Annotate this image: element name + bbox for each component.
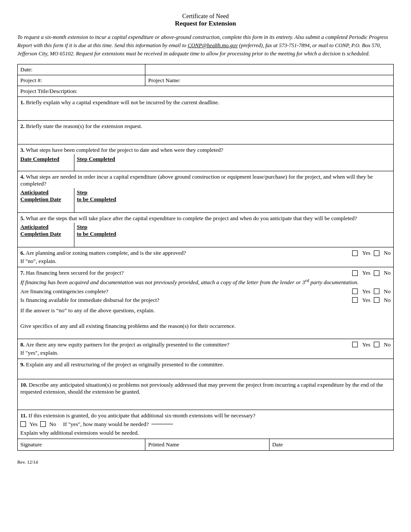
signature-field[interactable]: Signature [18,439,145,450]
q7-row: 7. Has financing been secured for the pr… [18,267,394,339]
q7-no-checkbox[interactable] [374,270,379,276]
q3-text: What steps have been completed for the p… [26,147,223,153]
q7-num: 7. [20,269,25,276]
q7-cell: 7. Has financing been secured for the pr… [18,267,394,339]
form-table-main: Date: Project #: Project Name: Project T… [17,64,394,450]
q1-text: Briefly explain why a capital expenditur… [26,99,219,106]
q11-how-many-blank[interactable] [151,424,173,424]
q9-cell: 9. Explain any and all restructuring of … [18,359,394,379]
q10-text: Describe any anticipated situation(s) or… [20,381,383,395]
q7-sub2-yes-no: Yes No [352,297,391,304]
q11-no-label: No [49,421,56,428]
q7-yes-no: Yes No [352,269,391,276]
q11-yes-checkbox[interactable] [20,421,26,427]
q4-col1-header: Anticipated Completion Date [18,188,74,204]
footer-rev: Rev. 12/14 [17,459,394,465]
q1-cell: 1. Briefly explain why a capital expendi… [18,97,394,121]
q8-question: 8. Are there any new equity partners for… [20,341,344,348]
q5-col2-header: Step to be Completed [74,223,393,238]
q3-col1-header: Date Completed [18,154,74,164]
q5-col1-value[interactable] [18,238,74,247]
q7-sub2-yes-checkbox[interactable] [352,297,358,303]
intro-paragraph: To request a six-month extension to incu… [17,33,394,58]
q3-col1-value[interactable] [18,164,74,171]
date-value-field[interactable] [145,64,394,75]
q6-num: 6. [20,250,25,256]
q8-note: If "yes", explain. [20,349,391,356]
q11-question: 11. If this extension is granted, do you… [20,412,391,419]
q7-no-label: No [384,269,391,276]
q6-cell: 6. Are planning and/or zoning matters co… [18,247,394,267]
q7-sub2: Is financing available for immediate dis… [20,297,159,304]
q7-sub4: Give specifics of any and all existing f… [20,323,391,330]
q9-num: 9. [20,361,25,368]
project-name-field: Project Name: [145,75,394,86]
q7-sub1-yes-no: Yes No [352,288,391,295]
q8-yes-no: Yes No [352,341,391,348]
project-num-field: Project #: [18,75,145,86]
q6-row: 6. Are planning and/or zoning matters co… [18,247,394,267]
q8-row: 8. Are there any new equity partners for… [18,339,394,359]
q7-note1: If financing has been acquired and docum… [20,278,391,286]
q11-how-many: If "yes", how many would be needed? [63,421,149,428]
q7-sub1: Are financing contingencies complete? [20,288,108,295]
q6-no-checkbox[interactable] [374,250,379,256]
q11-yes-no-row: Yes No If "yes", how many would be neede… [20,421,391,428]
q5-col2-value[interactable] [74,238,393,247]
q11-row: 11. If this extension is granted, do you… [18,410,394,439]
q3-cell: 3. What steps have been completed for th… [18,144,394,171]
q7-yes-checkbox[interactable] [352,270,358,276]
q4-col1-value[interactable] [18,204,74,212]
q6-note: If "no", explain. [20,258,391,265]
q11-explain: Explain why additional extensions would … [20,429,391,436]
q8-text: Are there any new equity partners for th… [26,341,229,348]
email-link[interactable]: CONP@health.mo.gov [188,42,238,48]
q11-text: If this extension is granted, do you ant… [29,412,256,419]
q4-cell: 4. What steps are needed in order incur … [18,171,394,213]
q8-num: 8. [20,341,25,348]
q2-cell: 2. Briefly state the reason(s) for the e… [18,121,394,144]
q3-col2-header: Step Completed [74,154,393,164]
q6-yes-no: Yes No [352,250,391,256]
q11-cell: 11. If this extension is granted, do you… [18,410,394,439]
q11-no-checkbox[interactable] [40,421,46,427]
q3-num: 3. [20,147,25,153]
q3-col2-value[interactable] [74,164,393,171]
q9-row: 9. Explain any and all restructuring of … [18,359,394,379]
q4-col2-value[interactable] [74,204,393,212]
q6-no-label: No [384,250,391,256]
q5-col1-header: Anticipated Completion Date [18,223,74,238]
q7-sub1-yes-checkbox[interactable] [352,288,358,294]
q8-cell: 8. Are there any new equity partners for… [18,339,394,359]
q10-cell: 10. Describe any anticipated situation(s… [18,379,394,410]
q4-num: 4. [20,173,25,180]
q2-row: 2. Briefly state the reason(s) for the e… [18,121,394,144]
printed-name-field[interactable]: Printed Name [145,439,270,450]
q2-text: Briefly state the reason(s) for the exte… [26,123,142,129]
q11-num: 11. [20,412,27,419]
q10-num: 10. [20,381,27,388]
q4-text: What steps are needed in order incur a c… [20,173,373,187]
q6-yes-checkbox[interactable] [352,250,358,256]
q7-yes-label: Yes [362,269,370,276]
q7-sub2-no-checkbox[interactable] [374,297,379,303]
q9-text: Explain any and all restructuring of the… [26,361,224,368]
q10-row: 10. Describe any anticipated situation(s… [18,379,394,410]
q8-no-label: No [384,341,391,348]
q2-num: 2. [20,123,25,129]
q6-question: 6. Are planning and/or zoning matters co… [20,250,344,256]
q7-text: Has financing been secured for the proje… [26,269,124,276]
date-sig-field[interactable]: Date [270,439,394,450]
q7-question: 7. Has financing been secured for the pr… [20,269,344,276]
q7-sub3: If the answer is “no” to any of the abov… [20,307,391,314]
q1-row: 1. Briefly explain why a capital expendi… [18,97,394,121]
project-title-field: Project Title/Description: [18,86,394,97]
signature-row: Signature Printed Name Date [18,439,394,450]
q8-yes-label: Yes [362,341,370,348]
q5-num: 5. [20,215,25,221]
q11-yes-label: Yes [29,421,38,428]
q7-sub1-no-checkbox[interactable] [374,288,379,294]
title-bold: Request for Extension [17,20,394,27]
q8-yes-checkbox[interactable] [352,342,358,347]
q8-no-checkbox[interactable] [374,342,379,347]
